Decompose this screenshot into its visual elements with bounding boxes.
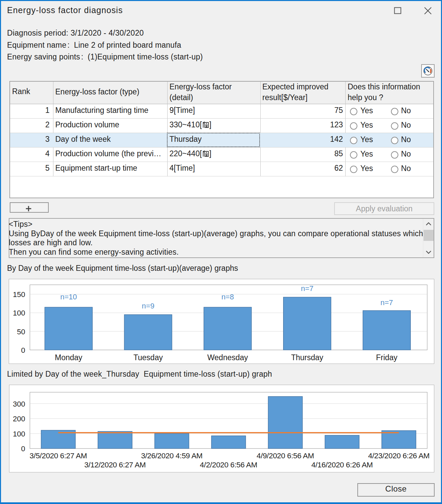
svg-text:4/9/2020 6:56 AM: 4/9/2020 6:56 AM xyxy=(257,452,314,460)
svg-text:4/23/2020 6:26 AM: 4/23/2020 6:26 AM xyxy=(368,452,430,460)
svg-text:0: 0 xyxy=(21,346,25,354)
svg-text:4/16/2020 6:26 AM: 4/16/2020 6:26 AM xyxy=(311,461,373,469)
svg-text:300: 300 xyxy=(13,400,25,408)
svg-text:Friday: Friday xyxy=(376,353,397,362)
svg-text:n=10: n=10 xyxy=(60,293,77,301)
svg-text:50: 50 xyxy=(17,328,25,336)
svg-text:Wednesday: Wednesday xyxy=(207,353,248,362)
svg-text:Thursday: Thursday xyxy=(291,353,323,362)
svg-text:n=9: n=9 xyxy=(142,302,154,310)
svg-text:3/5/2020 6:27 AM: 3/5/2020 6:27 AM xyxy=(30,452,87,460)
svg-text:n=7: n=7 xyxy=(381,298,393,307)
svg-text:Tuesday: Tuesday xyxy=(133,353,163,362)
svg-text:100: 100 xyxy=(13,430,25,438)
svg-text:200: 200 xyxy=(13,415,25,423)
svg-text:150: 150 xyxy=(13,290,25,299)
svg-text:n=8: n=8 xyxy=(221,293,234,301)
svg-text:0: 0 xyxy=(21,445,25,453)
svg-text:3/26/2020 4:59 AM: 3/26/2020 4:59 AM xyxy=(141,452,203,460)
svg-text:Monday: Monday xyxy=(55,353,82,362)
svg-text:100: 100 xyxy=(13,309,25,317)
svg-text:4/2/2020 6:56 AM: 4/2/2020 6:56 AM xyxy=(200,461,257,469)
svg-text:3/12/2020 6:27 AM: 3/12/2020 6:27 AM xyxy=(84,461,146,469)
svg-text:n=7: n=7 xyxy=(301,284,313,293)
